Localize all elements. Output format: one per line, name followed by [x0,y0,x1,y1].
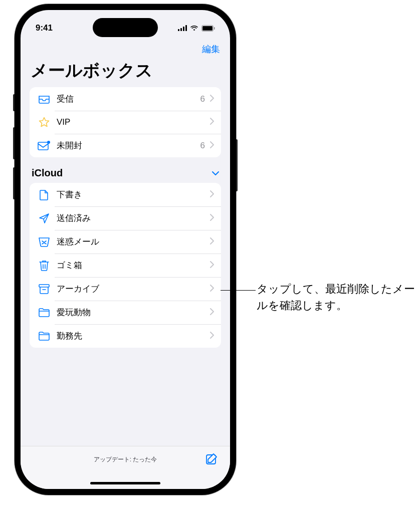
svg-rect-9 [39,285,49,287]
bottom-toolbar: アップデート: たった今 [21,446,230,489]
trash-icon [37,260,52,271]
page-title: メールボックス [21,55,230,87]
mailbox-vip[interactable]: VIP [30,111,221,134]
chevron-right-icon [210,95,214,104]
document-icon [37,189,52,200]
home-indicator [90,482,160,484]
star-icon [37,117,52,128]
folder-pets[interactable]: 愛玩動物 [30,301,221,324]
chevron-right-icon [210,141,214,150]
icloud-folder-list: 下書き 送信済み 迷惑メール ゴミ箱 [30,183,221,348]
chevron-right-icon [210,261,214,270]
callout-leader-line [221,290,256,291]
ringer-switch [13,94,15,111]
chevron-right-icon [210,285,214,294]
favorites-list: 受信 6 VIP 未開封 6 [30,87,221,157]
folder-junk[interactable]: 迷惑メール [30,230,221,254]
section-title: iCloud [32,167,63,179]
row-label: 未開封 [57,140,200,151]
envelope-badge-icon [37,141,52,151]
folder-trash[interactable]: ゴミ箱 [30,254,221,277]
folder-sent[interactable]: 送信済み [30,206,221,230]
section-header-icloud[interactable]: iCloud [21,167,230,183]
row-count: 6 [200,94,205,104]
row-label: 迷惑メール [57,236,210,247]
wifi-icon [190,25,198,31]
chevron-right-icon [210,118,214,127]
junk-icon [37,237,52,247]
svg-point-8 [47,141,50,144]
chevron-right-icon [210,237,214,246]
svg-rect-6 [214,27,215,30]
update-status: アップデート: たった今 [94,455,157,464]
dynamic-island [93,18,158,37]
chevron-right-icon [210,308,214,317]
nav-bar: 編集 [21,39,230,55]
row-label: アーカイブ [57,283,210,295]
folder-archive[interactable]: アーカイブ [30,277,221,301]
svg-rect-5 [202,26,213,31]
svg-rect-1 [180,28,182,31]
chevron-down-icon [212,169,219,178]
folder-icon [37,308,52,317]
folder-icon [37,332,52,341]
status-time: 9:41 [36,23,53,33]
chevron-right-icon [210,190,214,199]
callout-text: タップして、最近削除したメールを確認します。 [257,281,417,314]
cellular-signal-icon [178,25,187,31]
mailbox-unread[interactable]: 未開封 6 [30,134,221,157]
folder-work[interactable]: 勤務先 [30,324,221,348]
row-label: VIP [57,117,210,127]
row-count: 6 [200,141,205,151]
svg-rect-3 [185,25,187,31]
row-label: 下書き [57,189,210,200]
row-label: 愛玩動物 [57,307,210,318]
volume-down-button [13,167,15,199]
screen: 9:41 編集 メールボックス 受信 [21,10,230,489]
archive-icon [37,284,52,294]
chevron-right-icon [210,332,214,341]
row-label: 受信 [57,93,200,105]
svg-rect-2 [183,27,184,31]
inbox-icon [37,94,52,104]
compose-button[interactable] [205,452,219,468]
battery-icon [201,25,215,32]
row-label: ゴミ箱 [57,260,210,271]
edit-button[interactable]: 編集 [202,43,220,55]
power-button [236,139,238,191]
paperplane-icon [37,213,52,224]
svg-rect-0 [178,29,179,31]
mailbox-inbox[interactable]: 受信 6 [30,87,221,111]
volume-up-button [13,127,15,159]
row-label: 送信済み [57,212,210,224]
phone-frame: 9:41 編集 メールボックス 受信 [15,4,236,495]
status-icons [178,25,215,32]
row-label: 勤務先 [57,330,210,342]
svg-rect-7 [38,142,48,150]
chevron-right-icon [210,214,214,223]
folder-drafts[interactable]: 下書き [30,183,221,206]
